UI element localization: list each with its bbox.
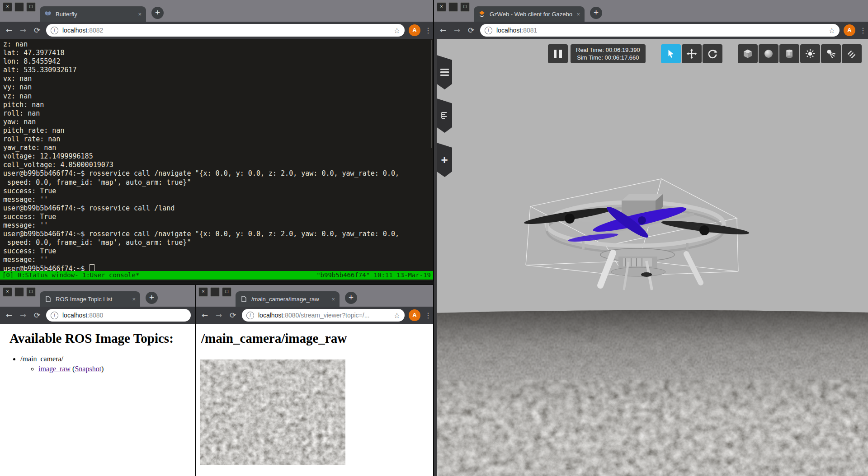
window-maximize-button[interactable]: □ xyxy=(222,287,231,297)
document-favicon xyxy=(240,295,247,303)
terminal-line: z: nan xyxy=(0,40,433,49)
tab-stream[interactable]: /main_camera/image_raw × xyxy=(236,291,340,307)
new-tab-button[interactable]: + xyxy=(146,292,158,304)
window-maximize-button[interactable]: □ xyxy=(26,2,36,12)
spot-light-button[interactable] xyxy=(821,44,841,63)
forward-icon[interactable]: → xyxy=(214,311,224,320)
window-minimize-button[interactable]: – xyxy=(14,287,24,297)
info-icon[interactable]: i xyxy=(485,27,492,34)
reload-icon[interactable]: ⟳ xyxy=(466,26,476,35)
url-path: :8080/stream_viewer?topic=/... xyxy=(283,312,369,319)
reload-icon[interactable]: ⟳ xyxy=(32,26,42,35)
window-maximize-button[interactable]: □ xyxy=(26,287,36,297)
profile-avatar[interactable]: A xyxy=(409,309,420,321)
window-minimize-button[interactable]: – xyxy=(14,2,24,12)
translate-tool-button[interactable] xyxy=(682,44,702,63)
url-bar[interactable]: i localhost :8081 ☆ xyxy=(480,24,840,37)
reload-icon[interactable]: ⟳ xyxy=(228,311,238,320)
terminal-scrollbar[interactable] xyxy=(431,40,432,148)
topic-link-item: image_raw (Snapshot) xyxy=(38,365,195,373)
window-controls: × – □ xyxy=(198,287,231,297)
directional-light-button[interactable] xyxy=(842,44,862,63)
image-raw-link[interactable]: image_raw xyxy=(38,365,71,373)
url-bar[interactable]: i localhost :8080 xyxy=(46,309,191,322)
panel-tab-scene-tree[interactable] xyxy=(437,98,452,133)
url-port: :8082 xyxy=(87,27,103,34)
new-tab-button[interactable]: + xyxy=(590,7,602,19)
insert-cylinder-button[interactable] xyxy=(779,44,799,63)
window-close-button[interactable]: × xyxy=(198,287,208,297)
tab-close-icon[interactable]: × xyxy=(138,11,142,18)
browser-menu-icon[interactable]: ⋮ xyxy=(425,311,429,320)
tab-close-icon[interactable]: × xyxy=(576,11,580,18)
window-topic-list: × – □ ROS Image Topic List × + ← → ⟳ i l… xyxy=(0,285,195,476)
pause-button[interactable] xyxy=(548,44,568,63)
panel-tab-insert[interactable]: + xyxy=(437,143,452,177)
insert-box-button[interactable] xyxy=(738,44,758,63)
sphere-icon xyxy=(763,48,774,59)
gzweb-toolbar: Real Time: 00:06:19.390 Sim Time: 00:06:… xyxy=(548,44,862,63)
rotate-tool-button[interactable] xyxy=(703,44,722,63)
window-close-button[interactable]: × xyxy=(3,2,12,12)
back-icon[interactable]: ← xyxy=(200,311,210,320)
terminal-line: roll: nan xyxy=(0,109,433,118)
window-terminal: × – □ Butterfly × + ← → ⟳ i localhost :8… xyxy=(0,0,433,281)
document-favicon xyxy=(44,295,52,303)
select-tool-button[interactable] xyxy=(661,44,681,63)
snapshot-link[interactable]: Snapshot xyxy=(75,365,101,373)
window-minimize-button[interactable]: – xyxy=(448,2,458,12)
profile-avatar[interactable]: A xyxy=(844,24,855,36)
window-close-button[interactable]: × xyxy=(3,287,12,297)
gazebo-3d-viewport[interactable]: Real Time: 00:06:19.390 Sim Time: 00:06:… xyxy=(434,39,868,476)
tab-close-icon[interactable]: × xyxy=(132,296,136,303)
move-icon xyxy=(686,48,697,59)
info-icon[interactable]: i xyxy=(51,27,58,34)
terminal-line: user@b99b5b466f74:~$ rosservice call /na… xyxy=(0,169,433,178)
forward-icon[interactable]: → xyxy=(18,26,28,35)
window-minimize-button[interactable]: – xyxy=(210,287,220,297)
pause-icon xyxy=(554,50,562,58)
back-icon[interactable]: ← xyxy=(438,26,448,35)
tree-icon xyxy=(439,110,450,121)
pointer-icon xyxy=(666,49,676,59)
tmux-status-right: "b99b5b466f74" 10:11 13-Mar-19 xyxy=(316,271,431,280)
forward-icon[interactable]: → xyxy=(452,26,462,35)
web-terminal[interactable]: z: nanlat: 47.3977418lon: 8.5455942alt: … xyxy=(0,39,433,281)
terminal-line: pitch_rate: nan xyxy=(0,126,433,135)
bookmark-star-icon[interactable]: ☆ xyxy=(825,26,835,35)
new-tab-button[interactable]: + xyxy=(151,7,164,19)
point-light-button[interactable] xyxy=(800,44,820,63)
window-maximize-button[interactable]: □ xyxy=(460,2,470,12)
terminal-output: z: nanlat: 47.3977418lon: 8.5455942alt: … xyxy=(0,39,433,264)
sim-time-panel: Real Time: 00:06:19.390 Sim Time: 00:06:… xyxy=(571,44,646,63)
reload-icon[interactable]: ⟳ xyxy=(32,311,42,320)
url-bar[interactable]: i localhost :8082 ☆ xyxy=(46,24,405,37)
url-bar[interactable]: i localhost :8080/stream_viewer?topic=/.… xyxy=(242,309,405,322)
bookmark-star-icon[interactable]: ☆ xyxy=(390,26,400,35)
profile-avatar[interactable]: A xyxy=(409,24,420,36)
url-port: :8080 xyxy=(87,312,103,319)
tab-close-icon[interactable]: × xyxy=(331,296,335,303)
new-tab-button[interactable]: + xyxy=(345,292,357,304)
back-icon[interactable]: ← xyxy=(4,26,14,35)
insert-sphere-button[interactable] xyxy=(759,44,778,63)
terminal-line: lon: 8.5455942 xyxy=(0,57,433,66)
window-close-button[interactable]: × xyxy=(437,2,446,12)
info-icon[interactable]: i xyxy=(246,312,254,319)
terminal-line: voltage: 12.1499996185 xyxy=(0,152,433,161)
tab-butterfly[interactable]: Butterfly × xyxy=(40,6,146,22)
browser-menu-icon[interactable]: ⋮ xyxy=(425,26,429,35)
gazebo-scene-render xyxy=(434,39,868,476)
terminal-line: speed: 0.0, frame_id: 'map', auto_arm: t… xyxy=(0,178,433,187)
forward-icon[interactable]: → xyxy=(18,311,28,320)
tab-gzweb[interactable]: GzWeb - Web client for Gazebo × xyxy=(474,6,585,22)
tab-topic-list[interactable]: ROS Image Topic List × xyxy=(40,291,140,307)
browser-menu-icon[interactable]: ⋮ xyxy=(859,26,864,35)
panel-tab-menu[interactable] xyxy=(437,55,452,89)
terminal-line: success: True xyxy=(0,213,433,221)
info-icon[interactable]: i xyxy=(51,312,58,319)
tmux-status-bar: [0] 0:Status window- 1:User console* "b9… xyxy=(0,271,433,280)
back-icon[interactable]: ← xyxy=(4,311,14,320)
bookmark-star-icon[interactable]: ☆ xyxy=(390,311,400,320)
stream-page: /main_camera/image_raw xyxy=(196,324,433,476)
